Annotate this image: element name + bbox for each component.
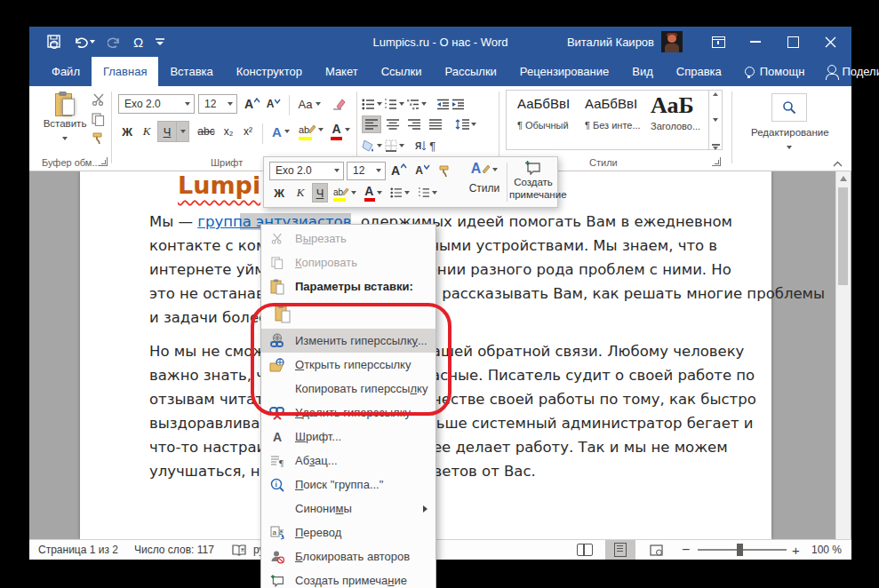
- web-layout-button[interactable]: [641, 540, 671, 560]
- zoom-level[interactable]: 100 %: [811, 540, 842, 560]
- text-effects-button[interactable]: А: [268, 122, 294, 141]
- editing-group[interactable]: Редактирование: [751, 93, 827, 154]
- read-mode-button[interactable]: [570, 540, 600, 560]
- ribbon-display-options-button[interactable]: [700, 27, 736, 57]
- vertical-scrollbar[interactable]: [835, 171, 851, 539]
- tab-review[interactable]: Рецензирование: [508, 57, 620, 86]
- menu-item-font[interactable]: А Шрифт...: [261, 425, 436, 449]
- mini-numbering-button[interactable]: [415, 183, 440, 203]
- word-count[interactable]: Число слов: 117: [134, 540, 214, 560]
- shading-button[interactable]: [362, 136, 382, 155]
- account-user-name[interactable]: Виталий Каиров: [567, 27, 654, 57]
- minimize-button[interactable]: [738, 27, 773, 57]
- tab-insert[interactable]: Вставка: [158, 57, 224, 86]
- font-size-combo[interactable]: 12: [198, 94, 237, 114]
- print-layout-button[interactable]: [605, 540, 635, 560]
- mini-shrink-font-button[interactable]: А: [412, 161, 433, 180]
- decrease-indent-button[interactable]: [436, 94, 450, 114]
- styles-gallery-scroll[interactable]: [708, 91, 722, 149]
- paste-keep-formatting-button[interactable]: [270, 301, 295, 326]
- format-painter-button[interactable]: [92, 131, 105, 145]
- align-left-button[interactable]: [362, 115, 381, 133]
- paste-button[interactable]: Вставить: [42, 90, 88, 145]
- shrink-font-button[interactable]: А: [264, 94, 284, 114]
- line-spacing-button[interactable]: [455, 115, 476, 134]
- tab-view[interactable]: Вид: [620, 57, 665, 86]
- style-heading1[interactable]: АаБ Заголово...: [651, 96, 713, 149]
- sort-button[interactable]: Я: [415, 136, 427, 155]
- mini-font-name-combo[interactable]: Exo 2.0: [269, 162, 344, 180]
- font-name-combo[interactable]: Exo 2.0: [118, 94, 195, 114]
- align-right-button[interactable]: [404, 115, 424, 134]
- tab-mailings[interactable]: Рассылки: [433, 57, 507, 86]
- proofing-status-icon[interactable]: [232, 540, 246, 560]
- underline-dropdown[interactable]: [177, 121, 189, 142]
- zoom-in-button[interactable]: +: [792, 540, 800, 560]
- multilevel-list-button[interactable]: [406, 94, 427, 114]
- mini-new-comment-button[interactable]: Создатьпримечание: [509, 160, 557, 202]
- mini-styles-button[interactable]: А Стили: [466, 161, 503, 195]
- zoom-out-button[interactable]: −: [682, 540, 690, 560]
- tab-references[interactable]: Ссылки: [370, 57, 434, 86]
- tab-assistant[interactable]: Помощн: [733, 57, 817, 86]
- mini-font-color-button[interactable]: А: [362, 183, 385, 203]
- menu-item-synonyms[interactable]: Синонимы: [261, 497, 436, 520]
- user-avatar[interactable]: [661, 31, 683, 52]
- close-button[interactable]: [812, 27, 848, 57]
- menu-item-open-hyperlink[interactable]: Открыть гиперссылку: [261, 353, 436, 377]
- tab-design[interactable]: Конструктор: [225, 57, 314, 86]
- style-no-spacing[interactable]: АаБбВвІ ¶ Без инте...: [585, 96, 647, 149]
- collapse-ribbon-button[interactable]: [833, 161, 843, 167]
- scrollbar-thumb[interactable]: [838, 187, 848, 285]
- zoom-slider-handle[interactable]: [737, 544, 743, 556]
- mini-bullets-button[interactable]: [388, 183, 412, 203]
- find-button[interactable]: [771, 93, 807, 122]
- tab-layout[interactable]: Макет: [314, 57, 370, 86]
- mini-highlight-button[interactable]: ab: [331, 183, 359, 203]
- tab-help[interactable]: Справка: [665, 57, 733, 86]
- cut-button[interactable]: [92, 93, 106, 106]
- pilcrow-button[interactable]: ¶: [429, 136, 436, 155]
- grow-font-button[interactable]: А: [243, 94, 262, 114]
- tab-share[interactable]: Поделиться: [816, 57, 879, 86]
- gallery-down-icon[interactable]: [713, 118, 718, 122]
- mini-underline-button[interactable]: Ч: [312, 183, 328, 203]
- page-indicator[interactable]: Страница 1 из 2: [38, 540, 118, 560]
- strikethrough-button[interactable]: abc: [195, 122, 218, 141]
- menu-item-new-comment[interactable]: Создать примечание: [261, 568, 436, 588]
- italic-button[interactable]: К: [138, 122, 156, 141]
- clear-formatting-button[interactable]: [328, 94, 349, 114]
- mini-italic-button[interactable]: К: [292, 183, 309, 203]
- gallery-up-icon[interactable]: [713, 92, 718, 96]
- mini-font-size-combo[interactable]: 12: [347, 162, 386, 180]
- copy-button[interactable]: [92, 113, 105, 126]
- mini-bold-button[interactable]: Ж: [269, 183, 289, 203]
- superscript-button[interactable]: x²: [239, 122, 257, 141]
- bold-button[interactable]: Ж: [118, 122, 136, 141]
- style-normal[interactable]: АаБбВвІ ¶ Обычный: [517, 96, 579, 149]
- borders-button[interactable]: [385, 136, 404, 155]
- styles-dialog-launcher[interactable]: [712, 157, 721, 166]
- increase-indent-button[interactable]: [451, 94, 465, 114]
- mini-format-painter-button[interactable]: [436, 161, 454, 180]
- highlight-color-button[interactable]: ab: [298, 121, 324, 140]
- mini-grow-font-button[interactable]: А: [388, 161, 410, 180]
- justify-button[interactable]: [426, 115, 445, 134]
- menu-item-smart-lookup[interactable]: i Поиск "группа...": [261, 473, 436, 497]
- maximize-button[interactable]: [775, 27, 811, 57]
- menu-item-translate[interactable]: aж Перевод: [261, 520, 436, 544]
- clipboard-dialog-launcher[interactable]: [99, 157, 108, 166]
- font-color-button[interactable]: А: [328, 121, 353, 140]
- align-center-button[interactable]: [383, 115, 403, 134]
- menu-item-block-authors[interactable]: Блокировать авторов: [261, 544, 436, 568]
- subscript-button[interactable]: x₂: [220, 122, 237, 141]
- gallery-more-icon[interactable]: [712, 144, 720, 146]
- tab-file[interactable]: Файл: [40, 57, 92, 86]
- bullets-button[interactable]: [362, 94, 382, 114]
- menu-item-paragraph[interactable]: ¶ Абзац...: [261, 449, 436, 473]
- scroll-up-icon[interactable]: [840, 176, 847, 181]
- numbering-button[interactable]: [384, 94, 404, 114]
- change-case-button[interactable]: Аа: [294, 94, 324, 114]
- menu-item-copy-hyperlink[interactable]: Копировать гиперссылку: [261, 377, 436, 401]
- tab-home[interactable]: Главная: [92, 57, 158, 86]
